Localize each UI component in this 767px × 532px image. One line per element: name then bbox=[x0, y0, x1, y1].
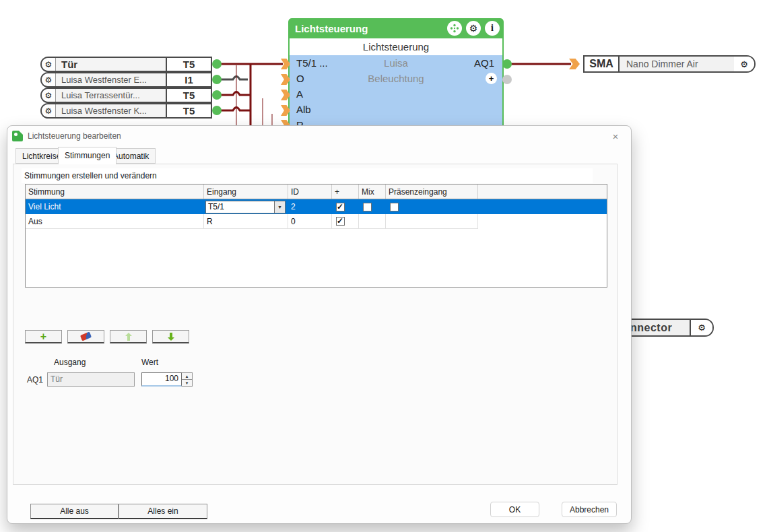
cell-id[interactable]: 0 bbox=[288, 214, 332, 229]
connector-device-block[interactable]: nnector ⚙ bbox=[626, 319, 714, 337]
input-label: Luisa Terrassentür... bbox=[56, 89, 166, 102]
move-up-button[interactable] bbox=[110, 330, 147, 343]
cell-praesenzeingang[interactable] bbox=[386, 214, 478, 229]
gear-icon: ⚙ bbox=[45, 107, 53, 115]
block-header[interactable]: Lichtsteuerung ⚙ i bbox=[288, 18, 504, 38]
input-label: Luisa Westfenster K... bbox=[56, 104, 166, 117]
cell-plus[interactable] bbox=[332, 199, 359, 214]
praesenz-checkbox[interactable] bbox=[390, 203, 399, 211]
add-output-button[interactable]: + bbox=[486, 73, 497, 84]
input-label: Tür bbox=[56, 58, 166, 71]
input-block-westfenster-k[interactable]: ⚙ Luisa Westfenster K... T5 bbox=[40, 103, 212, 119]
input-type: I1 bbox=[166, 73, 211, 86]
cell-id[interactable]: 2 bbox=[288, 199, 332, 214]
dialog-titlebar[interactable]: Lichtsteuerung bearbeiten × bbox=[7, 126, 631, 146]
unconnected-dot[interactable] bbox=[502, 75, 512, 84]
input-type: T5 bbox=[166, 104, 211, 117]
section-label: Stimmungen erstellen und verändern bbox=[22, 168, 593, 183]
column-header-plus[interactable]: + bbox=[332, 185, 359, 199]
move-icon[interactable] bbox=[447, 21, 462, 36]
table-row-aus[interactable]: Aus R 0 bbox=[26, 214, 607, 229]
column-header-mix[interactable]: Mix bbox=[359, 185, 386, 199]
gear-icon[interactable]: ⚙ bbox=[466, 21, 481, 36]
abbrechen-button[interactable]: Abbrechen bbox=[562, 502, 617, 517]
add-icon: + bbox=[40, 332, 46, 341]
gear-icon: ⚙ bbox=[45, 76, 53, 84]
chevron-down-icon[interactable]: ▼ bbox=[274, 201, 285, 213]
aq1-connector-dot[interactable] bbox=[502, 59, 512, 69]
connector-settings-cap[interactable]: ⚙ bbox=[690, 320, 712, 335]
lichtsteuerung-block[interactable]: Lichtsteuerung ⚙ i Lichtsteuerung T5/1 .… bbox=[288, 18, 504, 125]
column-header-id[interactable]: ID bbox=[288, 185, 332, 199]
ok-button[interactable]: OK bbox=[490, 502, 539, 517]
cell-eingang[interactable]: T5/1 ▼ bbox=[204, 199, 288, 214]
device-name: Nano Dimmer Air bbox=[618, 57, 734, 71]
tab-panel: Stimmungen erstellen und verändern Stimm… bbox=[13, 164, 618, 485]
column-header-praesenzeingang[interactable]: Präsenzeingang bbox=[386, 185, 478, 199]
wert-label: Wert bbox=[141, 358, 158, 367]
aq1-row-label: AQ1 bbox=[27, 375, 43, 385]
mix-checkbox[interactable] bbox=[363, 203, 372, 211]
cell-praesenzeingang[interactable] bbox=[386, 199, 478, 214]
plus-checkbox[interactable] bbox=[336, 217, 345, 226]
app-icon bbox=[12, 131, 23, 141]
connector-dot[interactable] bbox=[212, 75, 222, 84]
column-header-stimmung[interactable]: Stimmung bbox=[26, 185, 204, 199]
move-down-button[interactable] bbox=[152, 330, 189, 343]
cell-mix[interactable] bbox=[359, 214, 386, 229]
input-block-terrassentuer[interactable]: ⚙ Luisa Terrassentür... T5 bbox=[40, 88, 212, 103]
cell-stimmung[interactable]: Aus bbox=[26, 214, 204, 229]
sma-device-block[interactable]: SMA Nano Dimmer Air ⚙ bbox=[583, 55, 756, 73]
block-input-label: A bbox=[296, 86, 303, 102]
input-settings-cap[interactable]: ⚙ bbox=[42, 58, 56, 71]
cell-mix[interactable] bbox=[359, 199, 386, 214]
eraser-icon bbox=[80, 332, 92, 341]
arrow-up-icon bbox=[125, 333, 133, 341]
eingang-combobox[interactable]: T5/1 ▼ bbox=[205, 201, 286, 213]
input-label: Luisa Westfenster E... bbox=[56, 73, 166, 86]
input-type: T5 bbox=[166, 89, 211, 102]
block-name: Lichtsteuerung bbox=[288, 38, 504, 55]
table-row-viel-licht[interactable]: Viel Licht T5/1 ▼ 2 bbox=[26, 199, 607, 214]
gear-icon: ⚙ bbox=[698, 323, 706, 333]
wert-spinner[interactable]: 100 ▲ ▼ bbox=[141, 372, 194, 387]
input-settings-cap[interactable]: ⚙ bbox=[42, 73, 56, 86]
info-icon[interactable]: i bbox=[485, 21, 500, 36]
device-code: SMA bbox=[585, 57, 618, 71]
connector-dot[interactable] bbox=[212, 106, 222, 115]
add-stimmung-button[interactable]: + bbox=[25, 330, 62, 343]
connector-dot[interactable] bbox=[212, 90, 222, 100]
cell-plus[interactable] bbox=[332, 214, 359, 229]
arrow-down-icon bbox=[167, 333, 175, 341]
input-block-westfenster-e[interactable]: ⚙ Luisa Westfenster E... I1 bbox=[40, 72, 212, 88]
spinner-up-icon[interactable]: ▲ bbox=[182, 372, 193, 380]
gear-icon: ⚙ bbox=[45, 61, 53, 69]
stimmungen-table[interactable]: Stimmung Eingang ID + Mix Präsenzeingang… bbox=[25, 184, 607, 288]
device-settings-cap[interactable]: ⚙ bbox=[734, 57, 754, 71]
table-header-row: Stimmung Eingang ID + Mix Präsenzeingang bbox=[26, 185, 607, 199]
ausgang-label: Ausgang bbox=[54, 358, 86, 367]
gear-icon: ⚙ bbox=[45, 92, 53, 100]
cell-eingang[interactable]: R bbox=[204, 214, 288, 229]
combobox-value: T5/1 bbox=[206, 201, 274, 213]
block-input-label: R bbox=[296, 117, 304, 125]
alle-aus-button[interactable]: Alle aus bbox=[30, 504, 119, 519]
close-icon[interactable]: × bbox=[607, 129, 624, 143]
spinner-down-icon[interactable]: ▼ bbox=[182, 380, 193, 387]
input-type: T5 bbox=[166, 58, 211, 71]
wert-input[interactable]: 100 bbox=[141, 372, 182, 387]
cell-stimmung[interactable]: Viel Licht bbox=[26, 199, 204, 214]
block-body[interactable]: T5/1 ... Luisa AQ1 O Beleuchtung + A Alb… bbox=[288, 55, 504, 125]
tab-stimmungen[interactable]: Stimmungen bbox=[58, 147, 116, 164]
delete-stimmung-button[interactable] bbox=[67, 330, 104, 343]
input-settings-cap[interactable]: ⚙ bbox=[42, 89, 56, 102]
block-center-label: Luisa bbox=[290, 55, 502, 71]
alles-ein-button[interactable]: Alles ein bbox=[119, 504, 207, 519]
block-output-label: AQ1 bbox=[474, 55, 494, 71]
dialog-title: Lichtsteuerung bearbeiten bbox=[28, 126, 121, 146]
input-block-tuer[interactable]: ⚙ Tür T5 bbox=[40, 57, 212, 72]
plus-checkbox[interactable] bbox=[336, 203, 345, 211]
connector-dot[interactable] bbox=[212, 59, 222, 69]
input-settings-cap[interactable]: ⚙ bbox=[42, 104, 56, 117]
column-header-eingang[interactable]: Eingang bbox=[204, 185, 288, 199]
